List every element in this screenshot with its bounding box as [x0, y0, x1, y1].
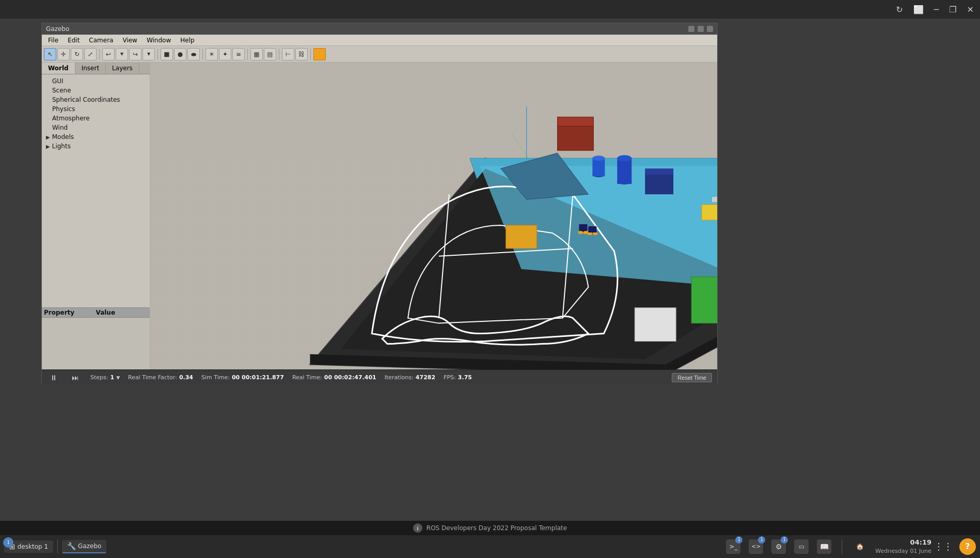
- iterations-item: Iterations: 47282: [385, 374, 435, 381]
- menu-edit[interactable]: Edit: [64, 36, 84, 45]
- taskbar-sep-right: [842, 539, 842, 554]
- redo-dropdown-btn[interactable]: ▼: [143, 48, 155, 60]
- model-db-btn[interactable]: ▤: [264, 48, 276, 60]
- select-tool-btn[interactable]: ↖: [44, 48, 56, 60]
- steps-value: 1: [110, 374, 114, 381]
- orange-btn[interactable]: [313, 48, 326, 60]
- taskbar-right-icons: 1 >_ 1 <> 1 ⚙ ▭ 📖 🏠 04:19 Wednesday 01 J…: [726, 538, 976, 555]
- translate-tool-btn[interactable]: ✛: [57, 48, 70, 60]
- tree-item-atmosphere[interactable]: Atmosphere: [42, 114, 150, 123]
- left-panel: World Insert Layers GUI Scene Spherical …: [42, 63, 150, 369]
- menu-bar: File Edit Camera View Window Help: [42, 35, 717, 46]
- tree-item-physics[interactable]: Physics: [42, 104, 150, 114]
- close-icon[interactable]: ✕: [967, 5, 974, 14]
- home-icon-btn[interactable]: 🏠: [852, 539, 867, 554]
- steps-dropdown[interactable]: ▼: [116, 375, 120, 380]
- pause-button[interactable]: ⏸: [47, 373, 60, 383]
- taskbar-sep-1: [57, 539, 58, 554]
- fps-item: FPS: 3.75: [444, 374, 472, 381]
- help-button[interactable]: ?: [959, 538, 976, 555]
- status-bar: ⏸ ⏭ Steps: 1 ▼ Real Time Factor: 0.34 Si…: [42, 369, 717, 385]
- menu-help[interactable]: Help: [176, 36, 198, 45]
- info-icon: ℹ: [413, 523, 422, 533]
- undo-dropdown-btn[interactable]: ▼: [116, 48, 128, 60]
- sim-time-label: Sim Time:: [201, 374, 230, 381]
- minimize-icon[interactable]: ─: [934, 5, 939, 14]
- svg-rect-20: [592, 158, 605, 176]
- real-time-value: 00 00:02:47.401: [324, 374, 376, 381]
- tab-insert[interactable]: Insert: [75, 63, 106, 74]
- tree-item-spherical-coords[interactable]: Spherical Coordinates: [42, 95, 150, 104]
- book-icon-btn[interactable]: 📖: [817, 539, 831, 554]
- menu-window[interactable]: Window: [143, 36, 175, 45]
- tree-item-models[interactable]: ▶ Models: [42, 132, 150, 142]
- tree-item-scene[interactable]: Scene: [42, 86, 150, 95]
- svg-rect-16: [558, 125, 594, 150]
- window-title: Gazebo: [46, 25, 69, 33]
- menu-view[interactable]: View: [118, 36, 141, 45]
- model-img-btn[interactable]: ▦: [250, 48, 263, 60]
- close-btn[interactable]: [707, 26, 713, 32]
- clock-area: 04:19 Wednesday 01 June: [875, 538, 931, 555]
- system-window-bar: ↻ ⬜ ─ ❐ ✕: [0, 0, 980, 19]
- desktop: ↻ ⬜ ─ ❐ ✕ Gazebo File Edit Camera View W…: [0, 0, 980, 558]
- redo-btn[interactable]: ↪: [129, 48, 141, 60]
- menu-camera[interactable]: Camera: [85, 36, 117, 45]
- property-header: Property Value: [42, 308, 150, 318]
- sphere-btn[interactable]: ●: [174, 48, 186, 60]
- reset-time-button[interactable]: Reset Time: [672, 373, 712, 382]
- svg-rect-39: [588, 226, 596, 233]
- rtf-label: Real Time Factor:: [128, 374, 177, 381]
- maximize-btn[interactable]: [698, 26, 704, 32]
- viewport[interactable]: 📷 ⬚ 📈 🎬: [150, 63, 717, 369]
- models-label: Models: [52, 133, 74, 141]
- menu-file[interactable]: File: [44, 36, 62, 45]
- fps-value: 3.75: [458, 374, 472, 381]
- scene-svg: [150, 63, 717, 369]
- property-panel: Property Value: [42, 307, 150, 369]
- tab-layers[interactable]: Layers: [106, 63, 139, 74]
- svg-rect-29: [702, 205, 717, 220]
- cylinder-btn[interactable]: ⬬: [187, 48, 200, 60]
- tab-world[interactable]: World: [42, 63, 75, 74]
- rotate-tool-btn[interactable]: ↻: [71, 48, 83, 60]
- scale-tool-btn[interactable]: ⤢: [84, 48, 97, 60]
- tree-item-lights[interactable]: ▶ Lights: [42, 142, 150, 151]
- joint-btn[interactable]: ⊢: [282, 48, 294, 60]
- steps-item: Steps: 1 ▼: [90, 374, 120, 381]
- maximize-icon[interactable]: ⬜: [913, 5, 924, 14]
- point-light-btn[interactable]: ✦: [219, 48, 231, 60]
- chain-btn[interactable]: ⛓: [295, 48, 308, 60]
- monitor-icon-btn[interactable]: ▭: [794, 539, 809, 554]
- main-content: World Insert Layers GUI Scene Spherical …: [42, 63, 717, 369]
- taskbar-gazebo[interactable]: 🔧 Gazebo: [62, 540, 106, 553]
- tree-item-gui[interactable]: GUI: [42, 76, 150, 86]
- lights-arrow-icon: ▶: [46, 144, 50, 149]
- grid-dots-icon[interactable]: ⋮⋮: [940, 539, 947, 554]
- terminal-wrapper: 1 >_: [726, 539, 740, 554]
- fps-label: FPS:: [444, 374, 456, 381]
- gazebo-window: Gazebo File Edit Camera View Window Help…: [41, 23, 718, 384]
- terminal-badge: 1: [735, 536, 742, 544]
- title-bar: Gazebo: [42, 23, 717, 35]
- iterations-label: Iterations:: [385, 374, 414, 381]
- svg-point-24: [617, 155, 631, 161]
- toolbar: ↖ ✛ ↻ ⤢ ↩ ▼ ↪ ▼ ■ ● ⬬ ☀ ✦ ≡ ▦ ▤ ⊢ ⛓: [42, 46, 717, 63]
- undo-btn[interactable]: ↩: [102, 48, 115, 60]
- tree-item-wind[interactable]: Wind: [42, 123, 150, 132]
- settings-badge: 1: [781, 536, 788, 544]
- restore-icon[interactable]: ❐: [949, 5, 956, 14]
- step-button[interactable]: ⏭: [69, 373, 82, 383]
- box-btn[interactable]: ■: [161, 48, 173, 60]
- minimize-btn[interactable]: [688, 26, 694, 32]
- tree-list: GUI Scene Spherical Coordinates Physics …: [42, 74, 150, 307]
- svg-rect-27: [712, 197, 717, 202]
- refresh-icon[interactable]: ↻: [896, 5, 903, 14]
- spot-light-btn[interactable]: ≡: [232, 48, 245, 60]
- real-time-label: Real Time:: [292, 374, 322, 381]
- sim-time-value: 00 00:01:21.877: [232, 374, 284, 381]
- svg-point-34: [578, 231, 583, 234]
- sun-light-btn[interactable]: ☀: [206, 48, 218, 60]
- svg-point-21: [592, 156, 605, 161]
- iterations-value: 47282: [416, 374, 435, 381]
